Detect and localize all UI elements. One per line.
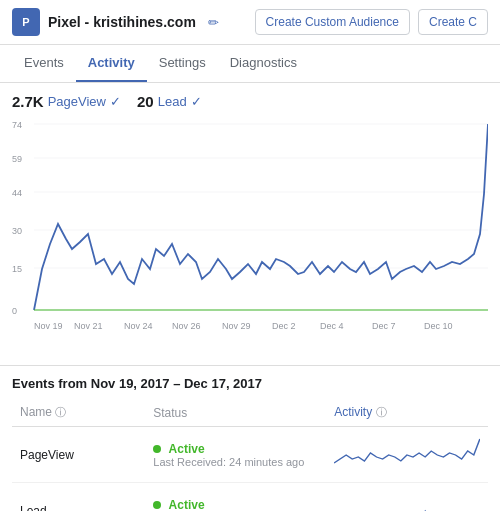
pixel-icon: P <box>12 8 40 36</box>
chart-container: 74 59 44 30 15 0 Nov 19 Nov 21 Nov 24 No… <box>0 114 500 365</box>
stat-pageview-value: 2.7K <box>12 93 44 110</box>
tab-activity[interactable]: Activity <box>76 45 147 82</box>
stat-lead-label: Lead <box>158 94 187 109</box>
x-label-dec10: Dec 10 <box>424 321 453 331</box>
status-active-dot-lead <box>153 501 161 509</box>
top-bar: P Pixel - kristihines.com ✏ Create Custo… <box>0 0 500 45</box>
tab-diagnostics[interactable]: Diagnostics <box>218 45 309 82</box>
pageview-line <box>34 124 488 310</box>
stat-pageview: 2.7K PageView ✓ <box>12 93 121 110</box>
create-button[interactable]: Create C <box>418 9 488 35</box>
status-active-dot <box>153 445 161 453</box>
lead-sparkline <box>334 491 480 511</box>
x-label-nov24: Nov 24 <box>124 321 153 331</box>
row-pageview-name: PageView <box>12 427 145 483</box>
y-label-0: 0 <box>12 306 17 316</box>
col-header-name: Name ⓘ <box>12 399 145 427</box>
y-label-74: 74 <box>12 120 22 130</box>
top-bar-actions: Create Custom Audience Create C <box>255 9 488 35</box>
row-pageview-activity <box>326 427 488 483</box>
table-row: Lead Active Last Received: 1 hours ago <box>12 483 488 512</box>
col-header-status: Status <box>145 399 326 427</box>
edit-icon[interactable]: ✏ <box>208 15 219 30</box>
y-label-44: 44 <box>12 188 22 198</box>
row-lead-name: Lead <box>12 483 145 512</box>
x-label-nov21: Nov 21 <box>74 321 103 331</box>
table-row: PageView Active Last Received: 24 minute… <box>12 427 488 483</box>
row-pageview-status: Active Last Received: 24 minutes ago <box>145 427 326 483</box>
y-label-15: 15 <box>12 264 22 274</box>
x-label-dec7: Dec 7 <box>372 321 396 331</box>
main-chart: 74 59 44 30 15 0 Nov 19 Nov 21 Nov 24 No… <box>12 114 488 354</box>
col-header-activity: Activity ⓘ <box>326 399 488 427</box>
name-info-icon[interactable]: ⓘ <box>55 406 66 418</box>
tab-settings[interactable]: Settings <box>147 45 218 82</box>
tab-events[interactable]: Events <box>12 45 76 82</box>
stat-pageview-label: PageView <box>48 94 106 109</box>
stat-lead: 20 Lead ✓ <box>137 93 202 110</box>
x-label-dec4: Dec 4 <box>320 321 344 331</box>
y-label-30: 30 <box>12 226 22 236</box>
tabs-nav: Events Activity Settings Diagnostics <box>0 45 500 83</box>
create-custom-audience-button[interactable]: Create Custom Audience <box>255 9 410 35</box>
lead-check-icon: ✓ <box>191 94 202 109</box>
top-bar-left: P Pixel - kristihines.com ✏ <box>12 8 219 36</box>
stat-lead-value: 20 <box>137 93 154 110</box>
x-label-nov19: Nov 19 <box>34 321 63 331</box>
row-lead-activity <box>326 483 488 512</box>
activity-info-icon[interactable]: ⓘ <box>376 406 387 418</box>
x-label-nov26: Nov 26 <box>172 321 201 331</box>
y-label-59: 59 <box>12 154 22 164</box>
page-title: Pixel - kristihines.com <box>48 14 196 30</box>
events-title: Events from Nov 19, 2017 – Dec 17, 2017 <box>12 376 488 391</box>
events-table: Name ⓘ Status Activity ⓘ PageView <box>12 399 488 511</box>
stats-row: 2.7K PageView ✓ 20 Lead ✓ <box>0 83 500 114</box>
pageview-check-icon: ✓ <box>110 94 121 109</box>
x-label-dec2: Dec 2 <box>272 321 296 331</box>
row-lead-status: Active Last Received: 1 hours ago <box>145 483 326 512</box>
x-label-nov29: Nov 29 <box>222 321 251 331</box>
events-section: Events from Nov 19, 2017 – Dec 17, 2017 … <box>0 365 500 511</box>
pageview-sparkline <box>334 435 480 471</box>
